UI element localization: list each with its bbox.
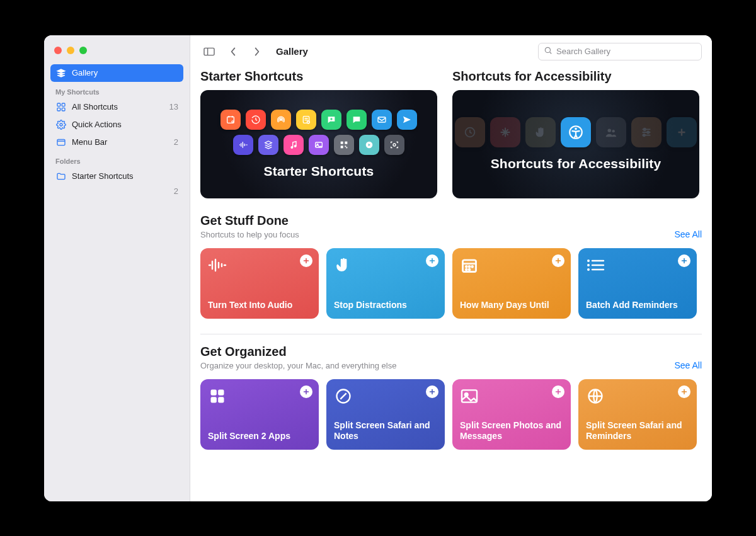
card-row: Split Screen 2 Apps Split Screen Safari … [200, 379, 702, 450]
zoom-window-button[interactable] [79, 47, 87, 54]
section-title: Get Stuff Done [200, 214, 299, 228]
share-circle-icon [359, 135, 379, 155]
svg-rect-1 [62, 103, 65, 106]
svg-rect-0 [57, 103, 60, 106]
section-subtitle: Organize your desktop, your Mac, and eve… [200, 361, 396, 370]
svg-rect-21 [345, 145, 346, 147]
see-all-link[interactable]: See All [674, 229, 702, 239]
add-shortcut-button[interactable] [300, 385, 312, 398]
svg-point-10 [280, 118, 282, 120]
sidebar-folder-count-row: 2 [50, 185, 183, 198]
svg-point-31 [647, 131, 649, 133]
card-title: Split Screen 2 Apps [208, 431, 311, 442]
add-shortcut-button[interactable] [426, 385, 438, 398]
list-icon [586, 256, 605, 275]
shortcut-card[interactable]: How Many Days Until [452, 248, 571, 319]
sidebar-item-count: 2 [174, 186, 178, 196]
add-icon [667, 117, 697, 147]
window-icon [55, 137, 67, 148]
sidebar-item-all-shortcuts[interactable]: All Shortcuts 13 [50, 98, 183, 116]
send-icon [397, 110, 417, 130]
image-icon [460, 387, 479, 406]
gear-icon [55, 119, 67, 130]
svg-point-36 [469, 266, 470, 267]
add-shortcut-button[interactable] [678, 254, 690, 267]
svg-point-37 [472, 266, 473, 267]
people-icon [596, 117, 626, 147]
svg-rect-6 [204, 48, 214, 55]
see-all-link[interactable]: See All [674, 360, 702, 370]
back-button[interactable] [224, 44, 242, 59]
sidebar: Gallery My Shortcuts All Shortcuts 13 [44, 35, 190, 501]
search-input[interactable] [556, 47, 696, 56]
folder-icon [55, 171, 67, 182]
shortcut-card[interactable]: Split Screen Safari and Reminders [578, 379, 697, 450]
add-shortcut-button[interactable] [678, 385, 690, 398]
card-title: Split Screen Safari and Reminders [586, 420, 689, 442]
shortcut-card[interactable]: Split Screen 2 Apps [200, 379, 319, 450]
safari-icon [334, 387, 353, 406]
apps-grid-icon [208, 387, 227, 406]
add-shortcut-button[interactable] [300, 254, 312, 267]
minimize-window-button[interactable] [67, 47, 74, 54]
add-shortcut-button[interactable] [426, 254, 438, 267]
chat-add-icon [321, 110, 341, 130]
svg-rect-48 [462, 390, 477, 402]
close-window-button[interactable] [54, 47, 62, 54]
stack-icon [55, 67, 67, 79]
shortcut-card[interactable]: Split Screen Photos and Messages [452, 379, 571, 450]
shortcut-card[interactable]: Turn Text Into Audio [200, 248, 319, 319]
mail-icon [372, 110, 392, 130]
section-subtitle: Shortcuts to help you focus [200, 230, 299, 239]
svg-rect-13 [378, 117, 386, 122]
add-shortcut-button[interactable] [552, 385, 564, 398]
chat-icon [346, 110, 367, 130]
svg-point-38 [466, 268, 467, 270]
svg-point-28 [608, 128, 612, 132]
svg-rect-3 [62, 108, 65, 111]
sidebar-item-label: Menu Bar [72, 137, 107, 147]
svg-point-29 [612, 129, 614, 132]
hero-card-accessibility[interactable]: Shortcuts for Accessibility [452, 90, 699, 198]
shortcut-card[interactable]: Split Screen Safari and Notes [326, 379, 445, 450]
history-icon [246, 110, 266, 130]
svg-point-15 [294, 145, 296, 147]
waveform-icon [233, 135, 253, 155]
svg-rect-44 [218, 389, 224, 395]
photos-icon [309, 135, 329, 155]
card-title: Turn Text Into Audio [208, 300, 311, 311]
sidebar-item-quick-actions[interactable]: Quick Actions [50, 116, 183, 134]
airdrop-icon [271, 110, 291, 130]
shortcut-card[interactable]: Stop Distractions [326, 248, 445, 319]
hero-title: Shortcuts for Accessibility [452, 69, 699, 84]
toggle-sidebar-button[interactable] [200, 44, 218, 59]
svg-point-30 [644, 128, 646, 130]
card-title: How Many Days Until [460, 300, 563, 311]
search-field[interactable] [538, 43, 702, 60]
globe-icon [586, 387, 605, 406]
section-get-stuff-done: Get Stuff Done Shortcuts to help you foc… [200, 214, 712, 319]
svg-rect-45 [211, 397, 217, 402]
svg-point-41 [587, 264, 590, 266]
hero-card-label: Shortcuts for Accessibility [491, 156, 662, 171]
sidebar-item-menu-bar[interactable]: Menu Bar 2 [50, 134, 183, 151]
svg-rect-20 [341, 145, 343, 148]
hero-card-starter[interactable]: Starter Shortcuts [200, 90, 437, 198]
shortcut-card[interactable]: Batch Add Reminders [578, 248, 697, 319]
layers-icon [258, 135, 278, 155]
hero-card-label: Starter Shortcuts [264, 164, 374, 179]
add-shortcut-button[interactable] [552, 254, 564, 267]
svg-point-27 [575, 127, 576, 129]
sidebar-item-label: Quick Actions [72, 120, 122, 129]
clock-icon [455, 117, 485, 147]
sidebar-item-label: Starter Shortcuts [72, 171, 134, 181]
forward-button[interactable] [248, 44, 266, 59]
svg-rect-19 [345, 141, 347, 144]
sidebar-folder-starter[interactable]: Starter Shortcuts [50, 168, 183, 185]
sidebar-item-gallery[interactable]: Gallery [50, 64, 183, 82]
card-title: Split Screen Photos and Messages [460, 420, 563, 442]
hand-icon [525, 117, 556, 147]
card-title: Stop Distractions [334, 300, 437, 311]
card-title: Batch Add Reminders [586, 300, 689, 311]
svg-point-40 [587, 259, 590, 262]
